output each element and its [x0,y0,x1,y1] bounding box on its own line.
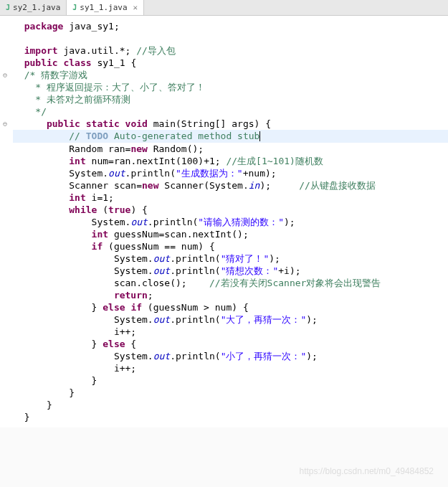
tab-label: sy2_1.java [13,3,60,12]
code-line: int guessNum=scan.nextInt(); [13,229,249,240]
code-line: while (true) { [13,204,148,215]
code-line: } [13,375,97,386]
code-line: public class sy1_1 { [13,57,136,68]
code-line: } [13,399,52,410]
gutter: ⊖ ⊖ [0,16,10,427]
current-line-highlight: // TODO Auto-generated method stub [13,130,448,143]
code-line: if (guessNum == num) { [13,241,215,252]
close-icon[interactable]: ✕ [133,3,138,12]
tab-label: sy1_1.java [80,3,127,12]
code-line: System.out.println("猜想次数："+i); [13,265,301,276]
code-line: } else if (guessNum > num) { [13,302,249,313]
code-line: package java_sy1; [13,21,120,32]
code-line: int num=ran.nextInt(100)+1; //生成[1~101)随… [13,156,323,166]
text-cursor [259,131,260,141]
code-line: /* 猜数字游戏 [13,70,87,80]
code-line: System.out.println("生成数据为："+num); [13,168,277,179]
java-file-icon: J [72,4,77,11]
code-line: } else { [13,339,136,349]
fold-icon[interactable]: ⊖ [0,118,10,130]
code-line: i++; [13,326,136,337]
code-line: import java.util.*; //导入包 [13,45,176,56]
code-line: System.out.println("请输入猜测的数："); [13,217,295,227]
code-line: * 未答对之前循环猜测 [13,94,130,105]
editor: ⊖ ⊖ package java_sy1; import java.util.*… [0,16,448,427]
code-line: * 程序返回提示：大了、小了、答对了！ [13,82,205,93]
code-line: int i=1; [13,192,114,203]
code-line: } [13,412,29,422]
code-area[interactable]: package java_sy1; import java.util.*; //… [10,16,448,427]
code-line: Random ran=new Random(); [13,143,204,154]
code-line: Scanner scan=new Scanner(System.in); //从… [13,180,376,191]
code-line: System.out.println("小了，再猜一次："); [13,351,318,361]
tab-bar: J sy2_1.java J sy1_1.java ✕ [0,0,448,16]
code-line: */ [13,106,47,117]
tab-sy1_1[interactable]: J sy1_1.java ✕ [67,0,144,15]
code-line [13,33,24,44]
code-line: } [13,387,75,398]
fold-icon[interactable]: ⊖ [0,69,10,81]
code-line: scan.close(); //若没有关闭Scanner对象将会出现警告 [13,278,381,288]
code-line: System.out.println("猜对了！"); [13,253,280,264]
code-line: System.out.println("大了，再猜一次："); [13,314,318,325]
code-line: i++; [13,363,136,374]
code-line: public static void main(String[] args) { [13,118,271,129]
java-file-icon: J [6,4,10,11]
tab-sy2_1[interactable]: J sy2_1.java [0,0,67,15]
code-line: return; [13,290,153,301]
